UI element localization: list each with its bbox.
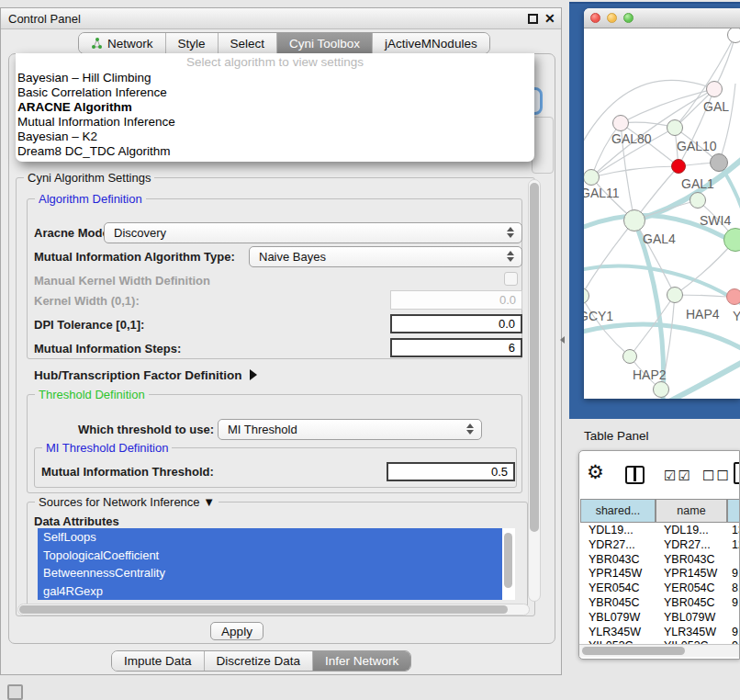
which-threshold-label: Which threshold to use:: [78, 423, 214, 436]
cell: 13: [727, 524, 740, 538]
deselect-all-checkboxes-icon[interactable]: ☐☐: [702, 468, 731, 484]
network-node-swi4[interactable]: [690, 192, 706, 209]
split-columns-icon[interactable]: [625, 466, 645, 484]
cell: YLR345W: [656, 626, 727, 640]
aracne-mode-label: Aracne Mode:: [34, 226, 113, 240]
network-node-gal4[interactable]: [623, 209, 645, 231]
dpi-tolerance-field[interactable]: 0.0: [390, 314, 522, 333]
tab-infer-network-label: Infer Network: [325, 654, 398, 668]
table-row[interactable]: YDL19...YDL19...13: [580, 524, 740, 538]
tab-network[interactable]: Network: [79, 33, 165, 53]
attribute-item-selected[interactable]: TopologicalCoefficient: [38, 547, 502, 565]
close-icon[interactable]: ✕: [544, 11, 555, 26]
network-node[interactable]: [653, 381, 669, 398]
network-node[interactable]: [727, 28, 740, 43]
node-label: GAL4: [643, 231, 676, 246]
node-label: SWI4: [700, 213, 731, 228]
table-horizontal-scrollbar-thumb[interactable]: [582, 647, 685, 655]
tab-select[interactable]: Select: [218, 33, 277, 53]
control-panel-tabbar: Network Style Select Cyni Toolbox jActiv…: [78, 32, 490, 54]
list-vertical-scrollbar[interactable]: [504, 533, 512, 588]
cell: YER054C: [580, 581, 656, 596]
tab-style[interactable]: Style: [165, 33, 218, 53]
splitpane-collapse-arrow[interactable]: [560, 336, 565, 344]
tab-network-label: Network: [107, 37, 153, 51]
cell: YBR043C: [580, 553, 656, 568]
gear-icon[interactable]: ⚙: [587, 462, 604, 482]
collapsed-panel-button[interactable]: [7, 684, 23, 700]
minimize-traffic-light-icon[interactable]: [607, 13, 617, 23]
apply-button[interactable]: Apply: [210, 622, 263, 640]
settings-horizontal-scrollbar-thumb[interactable]: [19, 605, 508, 614]
tab-infer-network[interactable]: Infer Network: [312, 651, 410, 671]
tab-discretize-data[interactable]: Discretize Data: [204, 651, 313, 671]
mi-steps-label: Mutual Information Steps:: [34, 342, 181, 356]
table-row[interactable]: YBR045CYBR045C9.: [580, 596, 740, 611]
network-node[interactable]: [726, 288, 740, 305]
node-label: GAL1: [681, 176, 714, 191]
sources-group-title[interactable]: Sources for Network Inference ▼: [35, 495, 219, 509]
float-window-icon[interactable]: [528, 14, 538, 24]
network-node[interactable]: [710, 153, 728, 172]
select-all-checkboxes-icon[interactable]: ☑☑: [664, 468, 692, 484]
algorithm-option[interactable]: Dream8 DC_TDC Algorithm: [16, 144, 534, 159]
network-node-gal80[interactable]: [612, 115, 629, 131]
tab-cyni-toolbox[interactable]: Cyni Toolbox: [276, 33, 372, 53]
mi-threshold-value: 0.5: [491, 465, 508, 479]
network-node-gal1[interactable]: [671, 159, 686, 174]
control-panel-window: Control Panel ✕ Network Style Select Cyn…: [0, 7, 562, 675]
network-window[interactable]: GAL GAL80 GAL10 GAL1 GAL11 SWI4 GAL4 GCY…: [584, 8, 740, 399]
network-window-titlebar[interactable]: [584, 8, 740, 28]
hub-definition-toggle[interactable]: Hub/Transcription Factor Definition: [34, 368, 257, 382]
attribute-item-selected[interactable]: BetweennessCentrality: [38, 564, 502, 582]
node-label: GCY1: [584, 309, 613, 323]
table-row[interactable]: YBR043CYBR043C: [580, 553, 740, 568]
attribute-item-selected[interactable]: gal4RGexp: [38, 582, 502, 601]
aracne-mode-select[interactable]: Discovery: [104, 222, 522, 243]
algorithm-option[interactable]: Mutual Information Inference: [16, 115, 534, 130]
algorithm-option-selected[interactable]: ARACNE Algorithm: [16, 100, 534, 115]
cell: YPR145W: [656, 567, 727, 581]
column-header-name[interactable]: name: [656, 499, 727, 523]
network-node[interactable]: [706, 81, 723, 97]
table-row[interactable]: YDR27...YDR27...12: [580, 538, 740, 553]
control-panel-titlebar[interactable]: Control Panel ✕: [1, 8, 561, 29]
table-row[interactable]: YER054CYER054C8.: [580, 581, 740, 596]
mi-algorithm-type-select[interactable]: Naive Bayes: [249, 246, 522, 267]
tab-impute-data[interactable]: Impute Data: [112, 651, 204, 671]
close-traffic-light-icon[interactable]: [590, 13, 600, 23]
table-row[interactable]: YLR345WYLR345W9.: [580, 626, 740, 640]
algorithm-option[interactable]: Basic Correlation Inference: [16, 85, 534, 100]
tab-style-label: Style: [178, 37, 206, 51]
cell: YDR27...: [656, 538, 727, 553]
attribute-item-selected[interactable]: SelfLoops: [38, 528, 502, 547]
algorithm-option[interactable]: Bayesian – Hill Climbing: [16, 71, 534, 85]
mi-steps-field[interactable]: 6: [390, 338, 522, 357]
network-canvas[interactable]: GAL GAL80 GAL10 GAL1 GAL11 SWI4 GAL4 GCY…: [584, 28, 740, 399]
data-attributes-list[interactable]: SelfLoops TopologicalCoefficient Between…: [38, 528, 515, 600]
tab-jactivemnodules-label: jActiveMNodules: [385, 37, 477, 51]
settings-vertical-scrollbar-thumb[interactable]: [530, 183, 539, 532]
new-column-icon[interactable]: [734, 462, 740, 484]
column-header-partial[interactable]: [727, 499, 740, 523]
kernel-width-value: 0.0: [499, 293, 516, 307]
collapsed-arrow-icon: [250, 369, 257, 380]
algorithm-option[interactable]: Bayesian – K2: [16, 130, 534, 144]
network-node-gal10[interactable]: [667, 119, 683, 136]
mi-threshold-field[interactable]: 0.5: [387, 462, 515, 481]
tab-impute-data-label: Impute Data: [124, 654, 192, 668]
tab-jactivemnodules[interactable]: jActiveMNodules: [372, 33, 489, 53]
sources-title-text: Sources for Network Inference: [39, 495, 200, 509]
table-horizontal-scrollbar-track[interactable]: [579, 644, 740, 657]
network-node-hap2[interactable]: [622, 349, 637, 364]
table-row[interactable]: YPR145WYPR145W9.: [580, 567, 740, 581]
network-node-hap4[interactable]: [667, 287, 683, 303]
table-row[interactable]: YBL079WYBL079W: [580, 611, 740, 626]
which-threshold-select[interactable]: MI Threshold: [218, 419, 482, 440]
cell: 9.: [727, 626, 740, 640]
column-header-shared-name[interactable]: shared...: [580, 499, 656, 523]
manual-kernel-checkbox[interactable]: [504, 272, 518, 286]
zoom-traffic-light-icon[interactable]: [623, 13, 633, 23]
control-panel-title: Control Panel: [8, 12, 81, 26]
mi-threshold-group-title: MI Threshold Definition: [42, 441, 172, 455]
